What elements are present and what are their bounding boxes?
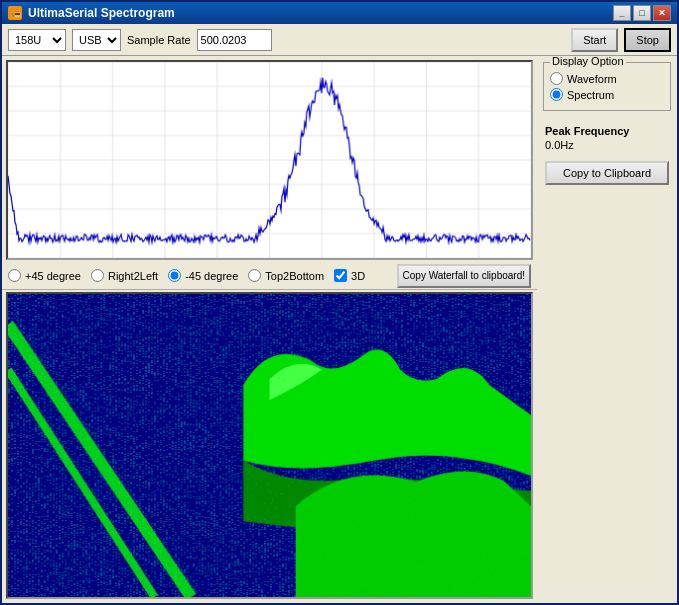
display-option-title: Display Option: [550, 56, 626, 67]
port-select[interactable]: 158U COM1 COM2: [8, 29, 66, 51]
right2left-option[interactable]: Right2Left: [91, 269, 158, 282]
spectrum-option[interactable]: Spectrum: [550, 88, 664, 101]
threed-option[interactable]: 3D: [334, 269, 365, 282]
plus45-option[interactable]: +45 degree: [8, 269, 81, 282]
copy-clipboard-button[interactable]: Copy to Clipboard: [545, 161, 669, 185]
waveform-option[interactable]: Waveform: [550, 72, 664, 85]
toolbar: 158U COM1 COM2 USB LSB FM AM Sample Rate…: [2, 24, 677, 56]
waterfall-display: [6, 292, 533, 599]
title-buttons: _ □ ✕: [613, 5, 671, 21]
right-panel: Display Option Waveform Spectrum Peak Fr…: [537, 56, 677, 603]
peak-frequency-section: Peak Frequency 0.0Hz Copy to Clipboard: [543, 117, 671, 189]
title-bar: 📻 UltimaSerial Spectrogram _ □ ✕: [2, 2, 677, 24]
waveform-label: Waveform: [567, 73, 617, 85]
mode-select[interactable]: USB LSB FM AM: [72, 29, 121, 51]
waveform-radio[interactable]: [550, 72, 563, 85]
minus45-label: -45 degree: [185, 270, 238, 282]
bottom-controls: +45 degree Right2Left -45 degree Top2Bot…: [2, 262, 537, 290]
peak-frequency-value: 0.0Hz: [545, 139, 669, 151]
sample-rate-input[interactable]: [197, 29, 272, 51]
spectrum-label: Spectrum: [567, 89, 614, 101]
plus45-radio[interactable]: [8, 269, 21, 282]
spectrum-canvas: [8, 62, 531, 258]
minus45-option[interactable]: -45 degree: [168, 269, 238, 282]
controls-left: +45 degree Right2Left -45 degree Top2Bot…: [8, 269, 365, 282]
sample-rate-label: Sample Rate: [127, 34, 191, 46]
waterfall-canvas: [8, 294, 531, 597]
top2bottom-label: Top2Bottom: [265, 270, 324, 282]
app-icon: 📻: [8, 6, 22, 20]
title-bar-left: 📻 UltimaSerial Spectrogram: [8, 6, 175, 20]
peak-frequency-label: Peak Frequency: [545, 125, 669, 137]
threed-checkbox[interactable]: [334, 269, 347, 282]
close-button[interactable]: ✕: [653, 5, 671, 21]
display-option-group: Display Option Waveform Spectrum: [543, 62, 671, 111]
threed-label: 3D: [351, 270, 365, 282]
copy-waterfall-button[interactable]: Copy Waterfall to clipboard!: [397, 264, 531, 288]
start-button[interactable]: Start: [571, 28, 618, 52]
minus45-radio[interactable]: [168, 269, 181, 282]
main-window: 📻 UltimaSerial Spectrogram _ □ ✕ 158U CO…: [0, 0, 679, 605]
maximize-button[interactable]: □: [633, 5, 651, 21]
spectrum-radio[interactable]: [550, 88, 563, 101]
minimize-button[interactable]: _: [613, 5, 631, 21]
window-title: UltimaSerial Spectrogram: [28, 6, 175, 20]
stop-button[interactable]: Stop: [624, 28, 671, 52]
top2bottom-option[interactable]: Top2Bottom: [248, 269, 324, 282]
top2bottom-radio[interactable]: [248, 269, 261, 282]
right2left-label: Right2Left: [108, 270, 158, 282]
plus45-label: +45 degree: [25, 270, 81, 282]
spectrum-display: [6, 60, 533, 260]
right2left-radio[interactable]: [91, 269, 104, 282]
